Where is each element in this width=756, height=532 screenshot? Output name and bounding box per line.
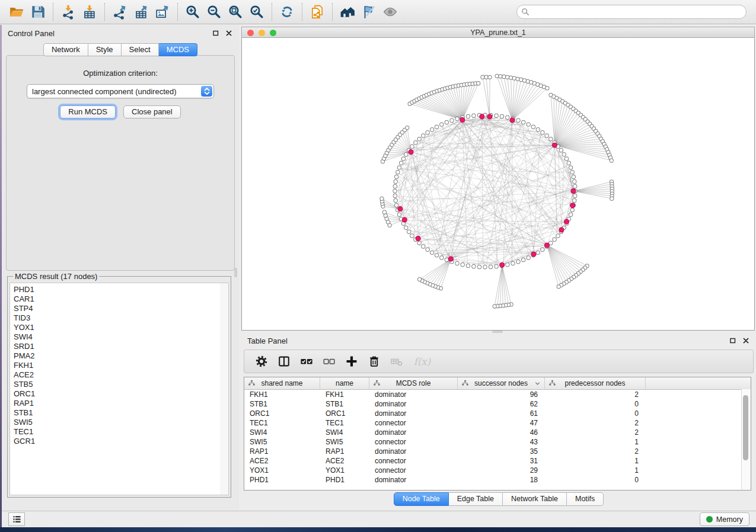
refresh-icon[interactable] xyxy=(276,2,298,22)
vertical-splitter-handle[interactable] xyxy=(234,268,237,277)
gear-icon[interactable] xyxy=(255,354,268,368)
column-header-successor-nodes[interactable]: successor nodes xyxy=(458,377,545,389)
table-row[interactable]: TEC1TEC1connector472 xyxy=(244,418,751,428)
table-cell: ORC1 xyxy=(320,409,369,418)
column-header-name[interactable]: name xyxy=(320,377,369,389)
table-toolbar-icons: f(x) xyxy=(244,350,754,373)
open-folder-icon[interactable] xyxy=(6,2,27,22)
result-item[interactable]: SRD1 xyxy=(14,342,220,351)
select-all-icon[interactable] xyxy=(300,354,313,368)
deselect-all-icon[interactable] xyxy=(323,354,336,368)
search-field[interactable] xyxy=(516,5,747,19)
tab-network-table[interactable]: Network Table xyxy=(503,492,567,506)
table-scrollbar[interactable] xyxy=(741,389,751,490)
column-header-shared-name[interactable]: shared name xyxy=(244,377,320,389)
column-header-MCDS-role[interactable]: MCDS role xyxy=(369,377,458,389)
table-row[interactable]: ACE2ACE2connector311 xyxy=(244,456,751,466)
network-canvas[interactable] xyxy=(241,38,755,331)
tab-node-table[interactable]: Node Table xyxy=(394,492,449,506)
result-item[interactable]: RAP1 xyxy=(14,399,220,408)
export-image-icon[interactable] xyxy=(152,2,173,22)
close-table-panel-icon[interactable] xyxy=(742,336,750,345)
zoom-selected-icon[interactable] xyxy=(246,2,267,22)
table-cell: connector xyxy=(369,456,458,466)
memory-button[interactable]: Memory xyxy=(700,512,749,526)
result-item[interactable]: STP4 xyxy=(14,304,220,313)
home-icon[interactable] xyxy=(337,2,358,22)
table-cell: 96 xyxy=(458,390,545,399)
tab-mcds[interactable]: MCDS xyxy=(159,43,197,56)
annotation-icon[interactable] xyxy=(358,2,379,22)
float-panel-icon[interactable] xyxy=(212,29,220,37)
table-panel-title: Table Panel xyxy=(247,336,288,345)
close-panel-button[interactable]: Close panel xyxy=(123,105,181,118)
close-panel-icon[interactable] xyxy=(225,29,233,37)
result-item[interactable]: STB5 xyxy=(14,380,220,389)
table-row[interactable]: STB1STB1dominator620 xyxy=(244,399,751,409)
network-view-titlebar[interactable]: YPA_prune.txt_1 xyxy=(241,27,755,38)
result-item[interactable]: TEC1 xyxy=(14,427,220,437)
list-icon xyxy=(12,514,22,524)
result-item[interactable]: GCR1 xyxy=(14,437,220,446)
toolbar-separator xyxy=(104,3,105,21)
table-row[interactable]: RAP1RAP1dominator352 xyxy=(244,447,751,456)
mcds-result-scrollbar[interactable] xyxy=(220,283,229,495)
result-item[interactable]: PMA2 xyxy=(14,351,220,361)
share-document-icon[interactable] xyxy=(307,2,328,22)
float-table-panel-icon[interactable] xyxy=(729,336,737,345)
result-item[interactable]: CAR1 xyxy=(14,294,220,304)
import-table-icon[interactable] xyxy=(79,2,100,22)
save-icon[interactable] xyxy=(27,2,49,22)
columns-icon[interactable] xyxy=(277,354,291,368)
optimization-criterion-select[interactable]: largest connected component (undirected) xyxy=(27,84,214,98)
import-network-icon[interactable] xyxy=(58,2,79,22)
result-item[interactable]: ACE2 xyxy=(14,370,220,380)
tab-motifs[interactable]: Motifs xyxy=(567,492,604,506)
table-cell: SWI4 xyxy=(244,428,320,437)
show-panels-button[interactable] xyxy=(8,512,25,526)
result-item[interactable]: SWI4 xyxy=(14,332,220,342)
zoom-out-icon[interactable] xyxy=(203,2,225,22)
table-cell: dominator xyxy=(369,475,458,485)
table-cell: 46 xyxy=(458,428,545,437)
tab-edge-table[interactable]: Edge Table xyxy=(449,492,503,506)
zoom-in-icon[interactable] xyxy=(182,2,203,22)
table-row[interactable]: SWI5SWI5connector431 xyxy=(244,437,751,447)
table-row[interactable]: ORC1ORC1dominator610 xyxy=(244,409,751,418)
export-network-icon[interactable] xyxy=(109,2,130,22)
table-panel: Table Panel f(x) shared namenameMCDS rol… xyxy=(241,334,756,508)
tab-style[interactable]: Style xyxy=(88,43,122,56)
eye-icon[interactable] xyxy=(379,2,401,22)
export-table-icon[interactable] xyxy=(130,2,152,22)
table-cell: PHD1 xyxy=(244,475,320,485)
table-row[interactable]: SWI4SWI4dominator462 xyxy=(244,428,751,437)
zoom-fit-icon[interactable] xyxy=(225,2,246,22)
column-header-predecessor-nodes[interactable]: predecessor nodes xyxy=(545,377,646,389)
result-item[interactable]: YOX1 xyxy=(14,323,220,332)
add-column-icon[interactable] xyxy=(345,354,358,368)
tab-select[interactable]: Select xyxy=(122,43,159,56)
table-cell: 1 xyxy=(545,456,646,466)
mcds-result-title: MCDS result (17 nodes) xyxy=(13,272,99,281)
table-cell: 0 xyxy=(545,399,646,409)
delete-icon[interactable] xyxy=(368,354,381,368)
run-mcds-button[interactable]: Run MCDS xyxy=(60,105,116,118)
column-header-filler xyxy=(646,377,751,389)
main-toolbar xyxy=(0,0,756,24)
svg-text:f(x): f(x) xyxy=(414,356,432,367)
result-item[interactable]: ORC1 xyxy=(14,389,220,399)
horizontal-splitter-handle[interactable] xyxy=(492,331,503,333)
result-item[interactable]: PHD1 xyxy=(14,285,220,294)
table-scrollbar-thumb[interactable] xyxy=(743,395,748,460)
table-cell: 2 xyxy=(545,428,646,437)
result-item[interactable]: FKH1 xyxy=(14,361,220,370)
table-row[interactable]: PHD1PHD1dominator180 xyxy=(244,475,751,485)
result-item[interactable]: TID3 xyxy=(14,313,220,323)
table-row[interactable]: FKH1FKH1dominator962 xyxy=(244,390,751,399)
search-icon xyxy=(521,8,529,16)
tab-network[interactable]: Network xyxy=(43,43,88,56)
result-item[interactable]: STB1 xyxy=(14,408,220,418)
search-input[interactable] xyxy=(532,7,742,17)
result-item[interactable]: SWI5 xyxy=(14,418,220,427)
table-row[interactable]: YOX1YOX1connector291 xyxy=(244,466,751,475)
